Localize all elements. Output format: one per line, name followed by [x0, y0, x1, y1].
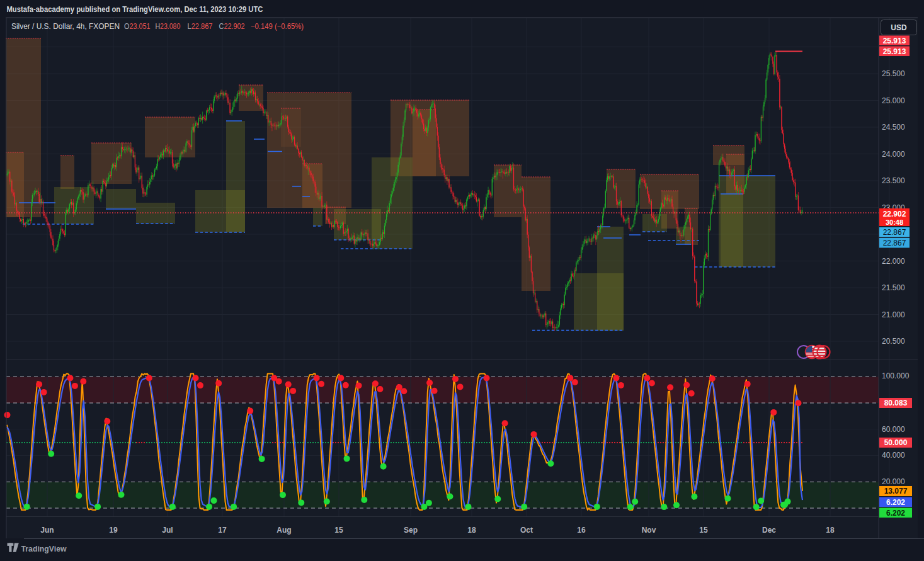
- svg-text:80.083: 80.083: [884, 399, 908, 407]
- svg-text:21.000: 21.000: [882, 310, 905, 319]
- svg-text:23.500: 23.500: [882, 176, 905, 185]
- svg-text:60.000: 60.000: [882, 425, 905, 434]
- svg-text:Jun: Jun: [40, 526, 54, 535]
- svg-text:−0.149 (−0.65%): −0.149 (−0.65%): [251, 22, 304, 31]
- svg-text:22.000: 22.000: [882, 257, 905, 266]
- svg-text:17: 17: [218, 526, 227, 535]
- svg-text:22.867: 22.867: [883, 228, 906, 237]
- svg-text:Mustafa-abacademy published on: Mustafa-abacademy published on TradingVi…: [7, 5, 263, 14]
- svg-text:Dec: Dec: [762, 526, 776, 535]
- svg-text:40.000: 40.000: [882, 451, 905, 460]
- svg-text:C22.902: C22.902: [219, 22, 245, 31]
- svg-text:100.000: 100.000: [882, 371, 910, 380]
- svg-text:25.913: 25.913: [883, 47, 906, 56]
- svg-text:TradingView: TradingView: [21, 544, 67, 553]
- svg-text:O23.051: O23.051: [124, 22, 151, 31]
- svg-text:Silver / U.S. Dollar, 4h, FXOP: Silver / U.S. Dollar, 4h, FXOPEN: [11, 22, 120, 31]
- svg-text:25.500: 25.500: [882, 69, 905, 78]
- svg-text:L22.867: L22.867: [188, 22, 213, 31]
- svg-text:Jul: Jul: [162, 526, 173, 535]
- svg-text:19: 19: [109, 526, 118, 535]
- svg-text:30:48: 30:48: [886, 218, 903, 226]
- svg-text:24.500: 24.500: [882, 123, 905, 132]
- svg-text:25.000: 25.000: [882, 96, 905, 105]
- svg-text:15: 15: [699, 526, 708, 535]
- svg-text:Oct: Oct: [520, 526, 533, 535]
- svg-text:25.913: 25.913: [883, 37, 906, 45]
- svg-text:Nov: Nov: [642, 526, 656, 535]
- svg-text:13.077: 13.077: [884, 487, 908, 496]
- svg-text:Aug: Aug: [277, 526, 291, 535]
- svg-text:H23.080: H23.080: [155, 22, 180, 31]
- svg-text:22.902: 22.902: [883, 210, 906, 218]
- svg-text:50.000: 50.000: [884, 438, 908, 447]
- svg-text:16: 16: [577, 526, 586, 535]
- svg-text:18: 18: [826, 526, 835, 535]
- svg-text:24.000: 24.000: [882, 150, 905, 159]
- svg-text:20.000: 20.000: [882, 477, 905, 486]
- svg-text:6.202: 6.202: [886, 498, 905, 507]
- svg-text:18: 18: [467, 526, 476, 535]
- svg-text:15: 15: [334, 526, 343, 535]
- svg-text:20.500: 20.500: [882, 337, 905, 346]
- svg-text:Sep: Sep: [404, 526, 418, 535]
- svg-text:21.500: 21.500: [882, 283, 905, 292]
- svg-text:22.867: 22.867: [883, 239, 906, 247]
- svg-text:USD: USD: [891, 23, 907, 32]
- svg-text:6.202: 6.202: [886, 509, 905, 518]
